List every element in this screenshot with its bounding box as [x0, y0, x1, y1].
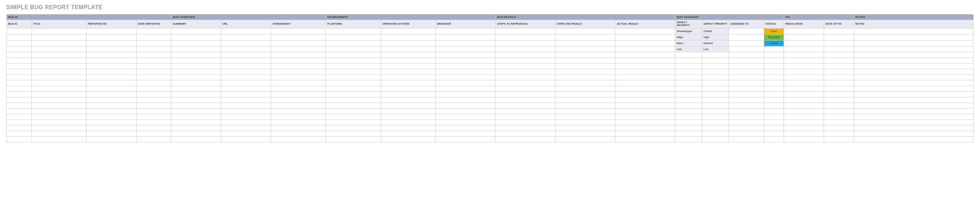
cell[interactable]	[86, 86, 136, 91]
cell[interactable]	[764, 108, 784, 114]
cell[interactable]	[31, 86, 86, 91]
cell[interactable]	[824, 114, 854, 119]
cell[interactable]	[136, 119, 171, 125]
cell[interactable]	[271, 91, 326, 97]
cell[interactable]	[436, 130, 495, 136]
cell[interactable]	[615, 46, 675, 52]
cell[interactable]: Resolved	[764, 34, 784, 40]
cell[interactable]	[86, 63, 136, 69]
cell[interactable]	[221, 80, 271, 86]
cell[interactable]	[496, 63, 555, 69]
cell[interactable]	[555, 34, 615, 40]
cell[interactable]	[824, 91, 854, 97]
cell[interactable]	[7, 80, 32, 86]
cell[interactable]	[675, 119, 702, 125]
cell[interactable]	[171, 97, 221, 102]
cell[interactable]	[221, 125, 271, 130]
cell[interactable]	[854, 97, 973, 102]
cell[interactable]	[702, 80, 729, 86]
cell[interactable]	[381, 102, 436, 108]
cell[interactable]	[326, 80, 381, 86]
cell[interactable]	[86, 114, 136, 119]
cell[interactable]	[381, 69, 436, 74]
cell[interactable]	[854, 114, 973, 119]
cell[interactable]	[221, 91, 271, 97]
cell[interactable]	[784, 80, 824, 86]
cell[interactable]	[86, 46, 136, 52]
cell[interactable]	[436, 28, 495, 34]
cell[interactable]	[271, 108, 326, 114]
cell[interactable]	[615, 136, 675, 142]
cell[interactable]	[7, 52, 32, 57]
cell[interactable]	[675, 80, 702, 86]
cell[interactable]	[7, 108, 32, 114]
cell[interactable]	[496, 52, 555, 57]
cell[interactable]	[764, 97, 784, 102]
cell[interactable]	[436, 119, 495, 125]
cell[interactable]	[496, 125, 555, 130]
cell[interactable]	[326, 40, 381, 46]
cell[interactable]	[326, 52, 381, 57]
cell[interactable]	[221, 74, 271, 80]
cell[interactable]	[86, 125, 136, 130]
cell[interactable]	[326, 114, 381, 119]
cell[interactable]	[784, 97, 824, 102]
cell[interactable]	[221, 119, 271, 125]
cell[interactable]	[824, 119, 854, 125]
cell[interactable]	[824, 86, 854, 91]
cell[interactable]	[271, 125, 326, 130]
cell[interactable]	[436, 86, 495, 91]
cell[interactable]	[555, 28, 615, 34]
cell[interactable]	[675, 97, 702, 102]
cell[interactable]	[615, 40, 675, 46]
cell[interactable]	[729, 108, 764, 114]
cell[interactable]	[784, 136, 824, 142]
cell[interactable]	[824, 102, 854, 108]
cell[interactable]	[136, 80, 171, 86]
cell[interactable]	[221, 102, 271, 108]
cell[interactable]	[702, 102, 729, 108]
cell[interactable]	[615, 119, 675, 125]
cell[interactable]	[171, 69, 221, 74]
cell[interactable]	[675, 125, 702, 130]
cell[interactable]	[824, 74, 854, 80]
cell[interactable]	[764, 125, 784, 130]
cell[interactable]	[784, 34, 824, 40]
cell[interactable]	[555, 57, 615, 63]
cell[interactable]	[381, 63, 436, 69]
cell[interactable]	[171, 46, 221, 52]
cell[interactable]	[436, 52, 495, 57]
cell[interactable]	[326, 86, 381, 91]
severity-option[interactable]: Showstopper	[675, 28, 702, 34]
cell[interactable]	[764, 80, 784, 86]
cell[interactable]	[824, 46, 854, 52]
cell[interactable]	[7, 57, 32, 63]
cell[interactable]	[496, 34, 555, 40]
cell[interactable]	[7, 114, 32, 119]
cell[interactable]	[702, 57, 729, 63]
cell[interactable]	[615, 108, 675, 114]
cell[interactable]	[854, 63, 973, 69]
cell[interactable]	[7, 136, 32, 142]
cell[interactable]	[381, 108, 436, 114]
cell[interactable]	[31, 119, 86, 125]
cell[interactable]	[86, 91, 136, 97]
cell[interactable]	[784, 69, 824, 74]
cell[interactable]	[381, 28, 436, 34]
cell[interactable]	[854, 80, 973, 86]
cell[interactable]	[854, 102, 973, 108]
cell[interactable]	[136, 97, 171, 102]
cell[interactable]	[171, 28, 221, 34]
cell[interactable]	[729, 91, 764, 97]
cell[interactable]	[31, 63, 86, 69]
cell[interactable]	[496, 102, 555, 108]
cell[interactable]	[615, 69, 675, 74]
cell[interactable]	[764, 130, 784, 136]
cell[interactable]	[496, 130, 555, 136]
priority-option[interactable]: Critical	[702, 28, 729, 34]
cell[interactable]	[326, 125, 381, 130]
cell[interactable]	[854, 28, 973, 34]
cell[interactable]	[496, 86, 555, 91]
cell[interactable]	[702, 63, 729, 69]
cell[interactable]	[555, 86, 615, 91]
